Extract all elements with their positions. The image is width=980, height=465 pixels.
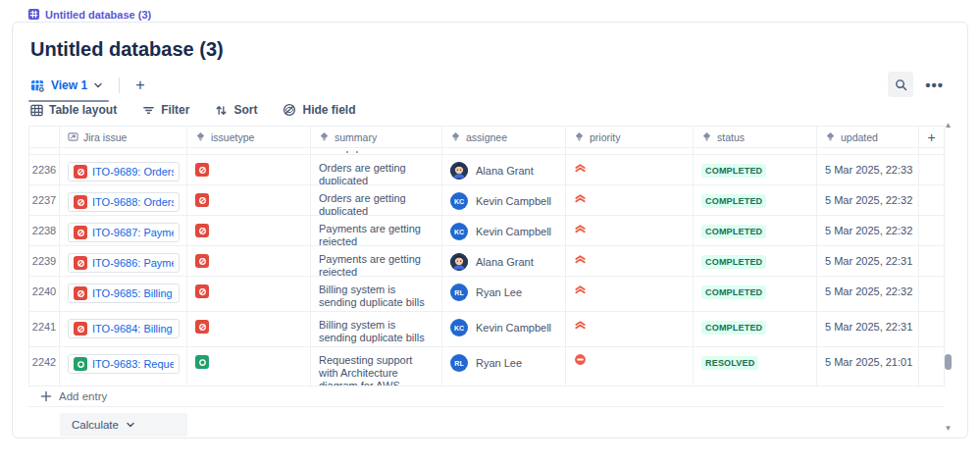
- assignee-cell[interactable]: KC Kevin Campbell: [442, 185, 566, 216]
- jira-issue-link[interactable]: ITO-9685: Billing system i...: [68, 284, 180, 303]
- status-cell[interactable]: RESOLVED: [694, 347, 817, 387]
- status-badge: COMPLETED: [701, 285, 766, 299]
- header-priority[interactable]: priority: [566, 126, 694, 148]
- table-scrollbar[interactable]: ▲ ▼: [943, 121, 954, 433]
- header-issuetype[interactable]: issuetype: [187, 126, 311, 148]
- header-updated[interactable]: updated: [817, 126, 919, 148]
- header-jira-issue[interactable]: Jira issue: [60, 126, 187, 148]
- issuetype-cell[interactable]: [187, 312, 311, 347]
- status-cell[interactable]: COMPLETED: [694, 155, 817, 185]
- assignee-cell[interactable]: RL Ryan Lee: [442, 347, 566, 387]
- updated-cell[interactable]: 5 Mar 2025, 22:31: [817, 246, 919, 277]
- jira-issue-link[interactable]: ITO-9684: Billing system i...: [68, 319, 180, 338]
- summary-cell[interactable]: Billing system is sending duplicate bill…: [311, 312, 442, 347]
- jira-issue-link[interactable]: ITO-9683: Requesting su...: [68, 354, 180, 374]
- header-summary[interactable]: summary: [311, 126, 442, 148]
- priority-cell[interactable]: [566, 277, 694, 312]
- table-layout-button[interactable]: Table layout: [30, 103, 117, 117]
- add-entry-button[interactable]: Add entry: [28, 387, 945, 407]
- incident-issuetype-icon: [195, 254, 209, 268]
- issuetype-cell[interactable]: [187, 246, 311, 277]
- assignee-cell[interactable]: KC Kevin Campbell: [442, 312, 566, 347]
- chevron-down-icon[interactable]: [93, 80, 103, 90]
- jira-issue-cell: ITO-9686: Payments are ...: [60, 246, 187, 277]
- priority-cell[interactable]: [566, 312, 694, 347]
- search-button[interactable]: [888, 72, 913, 97]
- avatar: [450, 162, 468, 180]
- avatar: KC: [450, 192, 468, 210]
- table-view-icon: [30, 78, 45, 93]
- status-cell[interactable]: COMPLETED: [694, 216, 817, 246]
- priority-highest-icon: [574, 318, 685, 331]
- jira-issue-cell: ITO-9685: Billing system i...: [60, 277, 187, 312]
- updated-cell[interactable]: 5 Mar 2025, 22:32: [817, 277, 919, 312]
- updated-cell[interactable]: 5 Mar 2025, 22:31: [817, 312, 919, 347]
- calculate-button[interactable]: Calculate: [60, 413, 187, 437]
- assignee-cell[interactable]: Alana Grant: [442, 155, 566, 185]
- updated-cell[interactable]: 5 Mar 2025, 22:32: [817, 216, 919, 246]
- updated-cell[interactable]: 5 Mar 2025, 22:32: [817, 185, 919, 216]
- sort-label: Sort: [233, 103, 257, 117]
- issuetype-cell[interactable]: [187, 277, 311, 312]
- clipped-text-fragment: [346, 151, 348, 153]
- add-view-button[interactable]: +: [129, 77, 150, 94]
- jira-field-icon: [701, 131, 712, 142]
- jira-issue-link[interactable]: ITO-9686: Payments are ...: [68, 253, 180, 273]
- summary-cell[interactable]: Payments are getting rejected: [311, 216, 442, 246]
- summary-cell[interactable]: Orders are getting duplicated: [311, 185, 442, 216]
- issuetype-cell[interactable]: [187, 185, 311, 216]
- row-number: 2236: [28, 155, 60, 185]
- status-cell[interactable]: COMPLETED: [694, 246, 817, 277]
- avatar: RL: [450, 354, 468, 372]
- summary-cell[interactable]: Payments are getting rejected: [311, 246, 442, 277]
- header-assignee[interactable]: assignee: [442, 126, 566, 148]
- status-cell[interactable]: COMPLETED: [694, 312, 817, 347]
- breadcrumb[interactable]: Untitled database (3): [27, 8, 151, 21]
- assignee-cell[interactable]: Alana Grant: [442, 246, 566, 277]
- scroll-down-arrow[interactable]: ▼: [944, 424, 953, 433]
- hide-field-icon: [283, 103, 296, 117]
- scrollbar-thumb[interactable]: [945, 354, 952, 370]
- sort-button[interactable]: Sort: [215, 103, 257, 117]
- incident-issuetype-icon: [74, 286, 87, 300]
- row-number: 2237: [28, 185, 60, 216]
- jira-issue-link[interactable]: ITO-9687: Payments are ...: [68, 223, 180, 242]
- assignee-name: Kevin Campbell: [476, 195, 551, 207]
- priority-cell[interactable]: [566, 347, 694, 387]
- updated-cell[interactable]: 5 Mar 2025, 22:33: [817, 155, 919, 185]
- row-number: 2242: [28, 347, 60, 387]
- header-status[interactable]: status: [694, 126, 817, 148]
- avatar: [450, 253, 468, 271]
- status-badge: COMPLETED: [701, 321, 766, 335]
- priority-cell[interactable]: [566, 216, 694, 246]
- scroll-up-arrow[interactable]: ▲: [944, 121, 953, 129]
- hide-field-button[interactable]: Hide field: [283, 103, 355, 117]
- filter-button[interactable]: Filter: [142, 103, 189, 117]
- jira-issue-link[interactable]: ITO-9688: Orders are gett...: [68, 192, 180, 212]
- priority-cell[interactable]: [566, 185, 694, 216]
- table-header-row: Jira issue issuetype summary: [28, 126, 945, 148]
- assignee-cell[interactable]: KC Kevin Campbell: [442, 216, 566, 246]
- issuetype-cell[interactable]: [187, 347, 311, 387]
- assignee-cell[interactable]: RL Ryan Lee: [442, 277, 566, 312]
- incident-issuetype-icon: [74, 256, 87, 270]
- request-issuetype-icon: [74, 357, 87, 371]
- summary-cell[interactable]: Orders are getting duplicated: [311, 155, 442, 185]
- more-menu-button[interactable]: •••: [923, 75, 946, 95]
- empty-cell: [919, 216, 945, 246]
- assignee-name: Ryan Lee: [476, 286, 522, 298]
- issuetype-cell[interactable]: [187, 155, 311, 185]
- jira-issue-link[interactable]: ITO-9689: Orders are gett...: [68, 162, 180, 181]
- status-cell[interactable]: COMPLETED: [694, 277, 817, 312]
- updated-cell[interactable]: 5 Mar 2025, 21:01: [817, 347, 919, 387]
- issuetype-cell[interactable]: [187, 216, 311, 246]
- summary-cell[interactable]: Requesting support with Architecture dia…: [311, 347, 442, 387]
- priority-cell[interactable]: [566, 155, 694, 185]
- empty-cell: [919, 312, 945, 347]
- tab-view-1[interactable]: View 1: [28, 74, 109, 97]
- add-column-button[interactable]: +: [919, 126, 945, 148]
- status-cell[interactable]: COMPLETED: [694, 185, 817, 216]
- database-table: Jira issue issuetype summary: [28, 126, 945, 437]
- summary-cell[interactable]: Billing system is sending duplicate bill…: [311, 277, 442, 312]
- priority-cell[interactable]: [566, 246, 694, 277]
